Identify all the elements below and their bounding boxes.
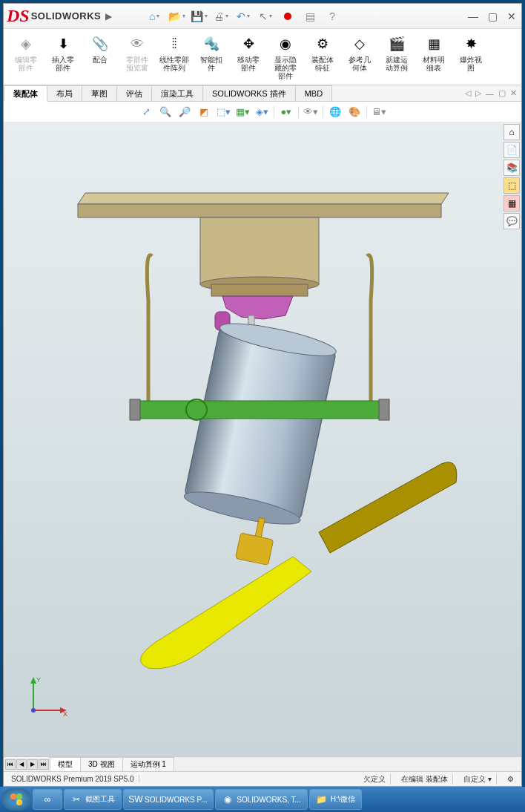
windows-taskbar: ∞ ✂截图工具SWSOLIDWORKS P...◉SOLIDWORKS, T..… [0, 787, 525, 812]
close-button[interactable]: ✕ [505, 10, 518, 23]
insert-part-icon: ⬇ [53, 33, 73, 54]
task-sw[interactable]: SWSOLIDWORKS P... [123, 789, 214, 810]
newmotion-icon: 🎬 [386, 33, 407, 54]
zoom-area-icon[interactable]: 🔍 [158, 105, 173, 119]
appearances-icon[interactable]: ⬚ [503, 177, 520, 194]
propeller-blade-far [319, 462, 457, 553]
svg-rect-1 [78, 204, 441, 217]
viewtab-motion1[interactable]: 运动算例 1 [122, 757, 174, 772]
command-tabs: 装配体布局草图评估渲染工具SOLIDWORKS 插件MBD ◁ ▷ — ▢ ✕ [4, 85, 521, 102]
design-lib-icon[interactable]: 📚 [503, 160, 520, 176]
hide-button[interactable]: ◉显示隐 藏的零 部件 [269, 32, 302, 82]
logo-expand-icon[interactable]: ▶ [105, 11, 112, 22]
doc-close-icon[interactable]: ✕ [510, 88, 517, 98]
vt-last-icon[interactable]: ⏭ [39, 759, 49, 770]
viewtab-model[interactable]: 模型 [50, 757, 81, 772]
traffic-icon[interactable] [281, 10, 294, 23]
task-swt-icon: ◉ [222, 793, 234, 805]
bom-button[interactable]: ▦材料明 细表 [417, 32, 450, 82]
refgeom-button[interactable]: ◇参考几 何体 [343, 32, 376, 82]
tab-render[interactable]: 渲染工具 [151, 85, 203, 101]
print-icon[interactable]: 🖨 [214, 10, 228, 23]
tab-layout[interactable]: 布局 [47, 85, 82, 101]
heads-up-toolbar: ⤢ 🔍 🔎 ◩ ⬚▾ ▦▾ ◈▾ ●▾ 👁▾ 🌐 🎨 🖥▾ [4, 102, 521, 122]
move-icon: ✥ [238, 33, 259, 54]
task-pane: ⌂ 📄 📚 ⬚ ▦ 💬 [503, 124, 520, 229]
viewport-icon[interactable]: 🖥▾ [372, 105, 386, 119]
display-style-icon[interactable]: ▦▾ [235, 105, 250, 119]
save-icon[interactable]: 💾 [192, 10, 205, 23]
vt-prev-icon[interactable]: ◀ [16, 759, 27, 770]
insert-part-button[interactable]: ⬇插入零 部件 [47, 32, 79, 82]
vt-first-icon[interactable]: ⏮ [5, 759, 16, 770]
svg-rect-11 [137, 401, 382, 419]
status-editing: 在编辑 装配体 [397, 774, 453, 785]
hide-show-icon[interactable]: ◈▾ [254, 105, 269, 119]
asmfeat-button[interactable]: ⚙装配体 特征 [306, 32, 339, 82]
newmotion-button[interactable]: 🎬新建运 动算例 [380, 32, 413, 82]
tab-scroll-right-icon[interactable]: ▷ [475, 88, 481, 98]
orientation-triad[interactable]: Y X [26, 673, 70, 719]
home-icon[interactable]: ⌂ [148, 10, 161, 23]
tab-assembly[interactable]: 装配体 [4, 85, 47, 102]
task-wechat[interactable]: 📁H:\微信 [309, 789, 362, 810]
edit-part-icon: ◈ [16, 33, 36, 54]
home-pane-icon[interactable]: ⌂ [503, 124, 520, 140]
tab-mbd[interactable]: MBD [295, 85, 332, 101]
zoom-fit-icon[interactable]: ⤢ [139, 105, 153, 119]
task-wechat-label: H:\微信 [331, 794, 355, 805]
motor-body [182, 317, 339, 531]
graphics-viewport[interactable]: ⌂ 📄 📚 ⬚ ▦ 💬 [4, 122, 521, 756]
svg-marker-17 [30, 677, 36, 684]
open-icon[interactable]: 📂 [170, 10, 183, 23]
exploded-button[interactable]: ✸爆炸视 图 [455, 32, 487, 82]
view-orient-icon[interactable]: ⬚▾ [216, 105, 231, 119]
svg-rect-2 [200, 217, 319, 284]
status-version: SOLIDWORKS Premium 2019 SP5.0 [7, 775, 139, 783]
select-icon[interactable]: ↖ [259, 10, 272, 23]
view-settings-icon[interactable]: 👁▾ [303, 105, 318, 119]
preview-button: 👁零部件 预览窗 [121, 32, 153, 82]
task-swt[interactable]: ◉SOLIDWORKS, T... [215, 789, 308, 810]
status-custom[interactable]: 自定义 ▾ [459, 774, 497, 785]
resources-icon[interactable]: 📄 [503, 142, 520, 158]
start-button[interactable] [1, 788, 31, 811]
smart-button[interactable]: 🔩智能扣 件 [195, 32, 228, 82]
status-gear-icon[interactable]: ⚙ [503, 775, 518, 783]
undo-icon[interactable]: ↶ [237, 10, 250, 23]
minimize-button[interactable]: — [466, 10, 480, 23]
move-button[interactable]: ✥移动零 部件 [232, 32, 265, 82]
viewtab-3dview[interactable]: 3D 视图 [80, 757, 123, 772]
options-icon[interactable]: ▤ [303, 10, 317, 23]
edit-appearance-icon[interactable]: ●▾ [279, 105, 294, 119]
tab-evaluate[interactable]: 评估 [116, 85, 152, 101]
apply-scene-icon[interactable]: 🌐 [328, 105, 343, 119]
maximize-button[interactable]: ▢ [486, 10, 499, 23]
pattern-label: 线性零部 件阵列 [159, 56, 189, 72]
tab-addin[interactable]: SOLIDWORKS 插件 [202, 85, 296, 101]
doc-maximize-icon[interactable]: ▢ [498, 88, 506, 98]
cylindrical-base [200, 217, 319, 296]
bom-icon: ▦ [423, 33, 444, 54]
tab-scroll-left-icon[interactable]: ◁ [465, 88, 471, 98]
mate-button[interactable]: 📎配合 [84, 32, 116, 82]
vt-next-icon[interactable]: ▶ [27, 759, 38, 770]
pattern-button[interactable]: ⦙⦙线性零部 件阵列 [158, 32, 191, 82]
section-icon[interactable]: ◩ [197, 105, 211, 119]
doc-minimize-icon[interactable]: — [486, 89, 494, 98]
render-icon[interactable]: 🎨 [347, 105, 362, 119]
exploded-label: 爆炸视 图 [460, 56, 482, 72]
tab-sketch[interactable]: 草图 [82, 85, 117, 101]
edit-part-label: 编辑零 部件 [15, 56, 37, 72]
custom-props-icon[interactable]: ▦ [503, 195, 520, 212]
forum-icon[interactable]: 💬 [503, 213, 520, 229]
asmfeat-icon: ⚙ [312, 33, 333, 54]
help-icon[interactable]: ? [326, 10, 339, 23]
prev-view-icon[interactable]: 🔎 [177, 105, 192, 119]
task-pinned-app[interactable]: ∞ [33, 789, 62, 810]
svg-point-24 [16, 793, 22, 799]
svg-point-23 [10, 793, 16, 799]
task-snip[interactable]: ✂截图工具 [64, 789, 122, 810]
svg-point-22 [31, 708, 36, 713]
svg-point-25 [10, 799, 16, 805]
